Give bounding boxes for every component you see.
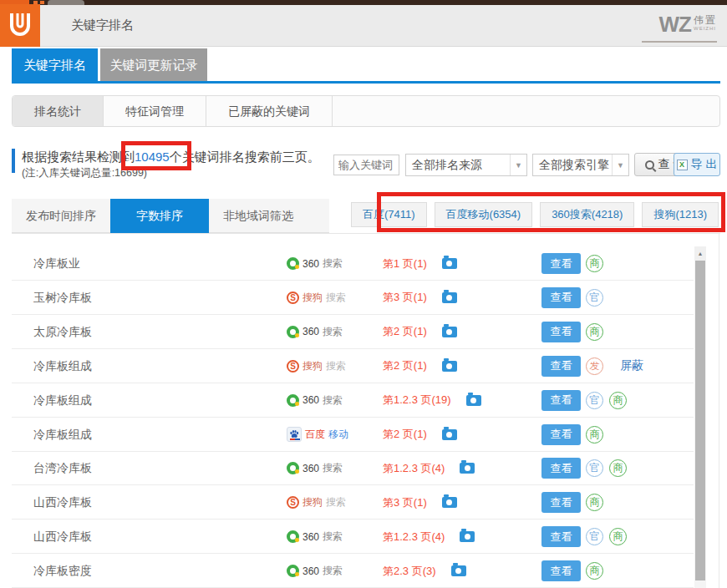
u-logo-icon (8, 12, 33, 40)
table-row: 山西冷库板 S 搜狗搜索 第3 页(1) 查看 商 (0, 485, 694, 520)
camera-icon[interactable] (460, 531, 475, 542)
export-button[interactable]: X 导 出 (674, 153, 720, 176)
badge-fa: 发 (586, 357, 603, 375)
rank-link[interactable]: 第1.2.3 页(4) (383, 530, 445, 545)
engine-suffix: 搜索 (326, 495, 346, 509)
camera-icon[interactable] (442, 497, 457, 508)
view-button[interactable]: 查看 (541, 322, 581, 342)
engine-cell: S 搜狗搜索 (287, 485, 346, 520)
engine-name: 搜狗 (302, 291, 323, 305)
keyword-cell: 冷库板组成 (33, 418, 92, 452)
table-row: 太原冷库板 360搜索 第2 页(1) 查看 商 (0, 315, 694, 349)
view-button[interactable]: 查看 (541, 560, 581, 581)
block-link[interactable]: 屏蔽 (620, 358, 643, 373)
engine-suffix: 搜索 (323, 461, 343, 475)
engine-name: 360 (302, 394, 319, 406)
search-engine-select[interactable]: 全部搜索引擎 ▼ (532, 154, 629, 176)
scroll-up-arrow[interactable]: ▲ (694, 246, 706, 261)
badge-group: 官商 (586, 383, 627, 418)
camera-icon[interactable] (466, 395, 481, 406)
engine-cell: 360搜索 (287, 520, 343, 554)
tab-keyword-ranking[interactable]: 关键字排名 (12, 48, 98, 81)
rank-link[interactable]: 第2 页(1) (383, 358, 427, 373)
view-button[interactable]: 查看 (541, 424, 581, 445)
table-row: 冷库板组成 百度移动 第2 页(1) 查看 商 (0, 418, 694, 452)
engine-tab-sogou[interactable]: 搜狗(1213) (642, 202, 719, 227)
scrollbar[interactable]: ▲ (694, 246, 706, 588)
engine-360-icon (287, 462, 299, 474)
rank-link[interactable]: 第2 页(1) (383, 324, 427, 339)
badge-shang: 商 (586, 255, 603, 272)
keyword-cell: 山西冷库板 (33, 520, 92, 554)
engine-360-icon (287, 257, 299, 270)
rank-link[interactable]: 第3 页(1) (383, 290, 427, 305)
camera-icon[interactable] (460, 463, 475, 474)
badge-shang: 商 (586, 323, 603, 341)
view-button[interactable]: 查看 (541, 526, 581, 547)
subtab-ranking-stats[interactable]: 排名统计 (13, 96, 104, 126)
scrollbar-thumb[interactable] (695, 261, 705, 580)
keyword-cell: 冷库板组成 (33, 383, 92, 418)
sorttab-non-regional[interactable]: 非地域词筛选 (209, 199, 308, 233)
view-button[interactable]: 查看 (541, 356, 581, 377)
engine-suffix: 搜索 (323, 256, 343, 271)
badge-guan: 官 (586, 392, 603, 409)
rank-link[interactable]: 第2.3 页(3) (383, 564, 436, 579)
camera-icon[interactable] (442, 292, 457, 303)
tab-keyword-update-log[interactable]: 关键词更新记录 (100, 48, 207, 81)
rank-link[interactable]: 第1.2.3 页(19) (383, 393, 451, 408)
view-button[interactable]: 查看 (541, 287, 581, 308)
engine-count-tabs: 百度(7411) 百度移动(6354) 360搜索(4218) 搜狗(1213) (351, 202, 719, 227)
engine-tab-baidu[interactable]: 百度(7411) (351, 202, 427, 227)
panel-right-border (719, 234, 719, 588)
rank-link[interactable]: 第1 页(1) (383, 256, 427, 271)
search-engine-value: 全部搜索引擎 (533, 158, 612, 173)
search-icon (645, 160, 654, 170)
sort-tab-bar: 发布时间排序 字数排序 非地域词筛选 (12, 199, 329, 233)
summary-prefix: 根据搜索结果检测到 (22, 150, 135, 164)
badge-guan: 官 (586, 289, 603, 307)
camera-icon[interactable] (442, 361, 457, 372)
camera-icon[interactable] (442, 258, 457, 269)
export-button-label: 导 出 (691, 157, 718, 172)
engine-sogou-icon: S (287, 496, 299, 509)
engine-suffix: 搜索 (323, 325, 343, 339)
engine-tab-baidu-mobile[interactable]: 百度移动(6354) (435, 202, 533, 227)
view-button[interactable]: 查看 (541, 390, 581, 411)
rank-link[interactable]: 第3 页(1) (383, 495, 427, 510)
view-button[interactable]: 查看 (541, 458, 581, 479)
rank-source-value: 全部排名来源 (406, 158, 510, 173)
engine-sogou-icon: S (287, 360, 299, 373)
rank-link[interactable]: 第1.2.3 页(4) (383, 461, 445, 476)
keyword-search-input[interactable] (333, 155, 399, 175)
table-row: 山西冷库板 360搜索 第1.2.3 页(4) 查看 官商 (0, 520, 694, 554)
engine-baidu-icon (287, 427, 302, 442)
view-button[interactable]: 查看 (541, 492, 581, 513)
brand-name: 伟置 (694, 15, 717, 26)
summary-note: (注:入库关键词总量:16699) (22, 166, 147, 180)
chevron-down-icon: ▼ (510, 155, 526, 175)
rank-source-select[interactable]: 全部排名来源 ▼ (405, 154, 527, 176)
sorttab-word-count[interactable]: 字数排序 (110, 199, 209, 233)
table-row: 冷库板组成 360搜索 第1.2.3 页(19) 查看 官商 (0, 383, 694, 418)
engine-sogou-icon: S (287, 291, 299, 304)
camera-icon[interactable] (442, 429, 457, 440)
camera-icon[interactable] (451, 565, 466, 576)
keyword-cell: 台湾冷库板 (33, 451, 92, 485)
badge-guan: 官 (586, 459, 603, 477)
rank-link[interactable]: 第2 页(1) (383, 427, 427, 442)
engine-suffix: 搜索 (323, 393, 343, 408)
subtab-blocked-keywords[interactable]: 已屏蔽的关键词 (206, 96, 333, 126)
app-header: 关键字排名 WZ伟置WEIZHI (0, 5, 727, 47)
badge-group: 商 (586, 418, 603, 452)
engine-cell: 360搜索 (287, 246, 343, 281)
engine-name: 搜狗 (302, 359, 323, 373)
engine-name: 360 (302, 463, 319, 474)
engine-tab-360[interactable]: 360搜索(4218) (540, 202, 634, 227)
subtab-feature-words[interactable]: 特征词管理 (104, 96, 206, 126)
excel-icon: X (677, 160, 688, 170)
view-button[interactable]: 查看 (541, 253, 581, 274)
sorttab-publish-time[interactable]: 发布时间排序 (12, 199, 110, 233)
camera-icon[interactable] (442, 327, 457, 337)
badge-group: 官商 (586, 451, 627, 485)
